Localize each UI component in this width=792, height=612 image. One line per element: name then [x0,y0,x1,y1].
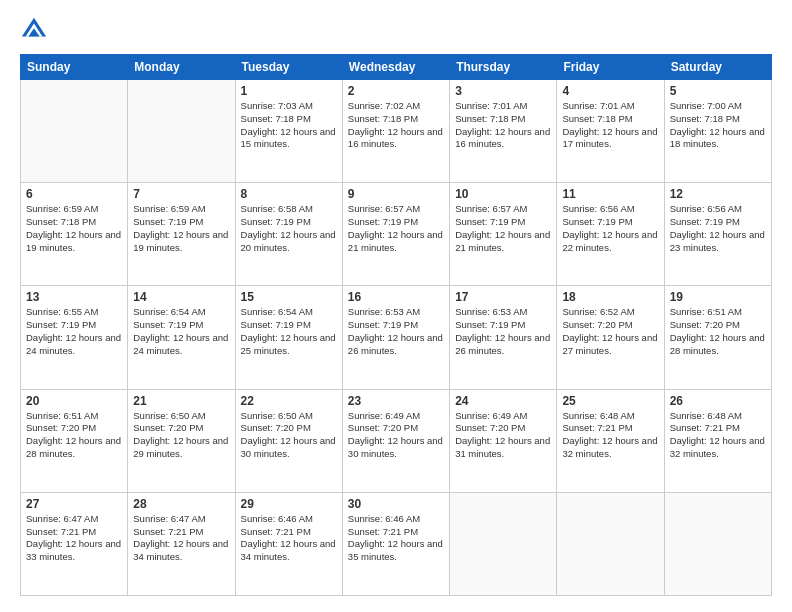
day-number: 21 [133,394,229,408]
calendar-cell: 30Sunrise: 6:46 AM Sunset: 7:21 PM Dayli… [342,492,449,595]
day-info: Sunrise: 6:51 AM Sunset: 7:20 PM Dayligh… [26,410,122,461]
calendar-cell [21,80,128,183]
day-number: 18 [562,290,658,304]
calendar-cell: 28Sunrise: 6:47 AM Sunset: 7:21 PM Dayli… [128,492,235,595]
day-info: Sunrise: 6:57 AM Sunset: 7:19 PM Dayligh… [455,203,551,254]
day-info: Sunrise: 6:49 AM Sunset: 7:20 PM Dayligh… [455,410,551,461]
calendar-cell [128,80,235,183]
day-of-week-header: Sunday [21,55,128,80]
calendar-cell: 21Sunrise: 6:50 AM Sunset: 7:20 PM Dayli… [128,389,235,492]
calendar-cell: 16Sunrise: 6:53 AM Sunset: 7:19 PM Dayli… [342,286,449,389]
day-of-week-header: Tuesday [235,55,342,80]
logo [20,16,52,44]
day-number: 6 [26,187,122,201]
calendar-cell: 18Sunrise: 6:52 AM Sunset: 7:20 PM Dayli… [557,286,664,389]
calendar-cell: 14Sunrise: 6:54 AM Sunset: 7:19 PM Dayli… [128,286,235,389]
day-number: 26 [670,394,766,408]
day-number: 3 [455,84,551,98]
day-number: 28 [133,497,229,511]
calendar-cell: 6Sunrise: 6:59 AM Sunset: 7:18 PM Daylig… [21,183,128,286]
header [20,16,772,44]
calendar-cell: 20Sunrise: 6:51 AM Sunset: 7:20 PM Dayli… [21,389,128,492]
calendar-cell: 1Sunrise: 7:03 AM Sunset: 7:18 PM Daylig… [235,80,342,183]
day-info: Sunrise: 6:57 AM Sunset: 7:19 PM Dayligh… [348,203,444,254]
day-number: 8 [241,187,337,201]
day-number: 19 [670,290,766,304]
day-info: Sunrise: 7:01 AM Sunset: 7:18 PM Dayligh… [562,100,658,151]
day-number: 25 [562,394,658,408]
calendar-cell: 17Sunrise: 6:53 AM Sunset: 7:19 PM Dayli… [450,286,557,389]
calendar-body: 1Sunrise: 7:03 AM Sunset: 7:18 PM Daylig… [21,80,772,596]
calendar-cell [664,492,771,595]
calendar-cell: 26Sunrise: 6:48 AM Sunset: 7:21 PM Dayli… [664,389,771,492]
calendar-cell: 7Sunrise: 6:59 AM Sunset: 7:19 PM Daylig… [128,183,235,286]
day-number: 5 [670,84,766,98]
day-number: 11 [562,187,658,201]
day-info: Sunrise: 7:03 AM Sunset: 7:18 PM Dayligh… [241,100,337,151]
calendar-cell: 29Sunrise: 6:46 AM Sunset: 7:21 PM Dayli… [235,492,342,595]
calendar-week-row: 20Sunrise: 6:51 AM Sunset: 7:20 PM Dayli… [21,389,772,492]
day-of-week-header: Wednesday [342,55,449,80]
day-info: Sunrise: 7:01 AM Sunset: 7:18 PM Dayligh… [455,100,551,151]
logo-icon [20,16,48,44]
day-info: Sunrise: 6:56 AM Sunset: 7:19 PM Dayligh… [670,203,766,254]
calendar-cell: 2Sunrise: 7:02 AM Sunset: 7:18 PM Daylig… [342,80,449,183]
day-number: 24 [455,394,551,408]
day-info: Sunrise: 7:00 AM Sunset: 7:18 PM Dayligh… [670,100,766,151]
calendar-cell: 25Sunrise: 6:48 AM Sunset: 7:21 PM Dayli… [557,389,664,492]
calendar-cell: 22Sunrise: 6:50 AM Sunset: 7:20 PM Dayli… [235,389,342,492]
day-number: 22 [241,394,337,408]
day-number: 23 [348,394,444,408]
day-info: Sunrise: 6:54 AM Sunset: 7:19 PM Dayligh… [133,306,229,357]
calendar-cell: 3Sunrise: 7:01 AM Sunset: 7:18 PM Daylig… [450,80,557,183]
day-number: 14 [133,290,229,304]
calendar-cell: 9Sunrise: 6:57 AM Sunset: 7:19 PM Daylig… [342,183,449,286]
day-number: 4 [562,84,658,98]
page: SundayMondayTuesdayWednesdayThursdayFrid… [0,0,792,612]
calendar-cell: 8Sunrise: 6:58 AM Sunset: 7:19 PM Daylig… [235,183,342,286]
calendar-week-row: 1Sunrise: 7:03 AM Sunset: 7:18 PM Daylig… [21,80,772,183]
day-number: 10 [455,187,551,201]
calendar-header: SundayMondayTuesdayWednesdayThursdayFrid… [21,55,772,80]
day-number: 2 [348,84,444,98]
day-info: Sunrise: 6:58 AM Sunset: 7:19 PM Dayligh… [241,203,337,254]
day-of-week-header: Friday [557,55,664,80]
day-info: Sunrise: 6:53 AM Sunset: 7:19 PM Dayligh… [455,306,551,357]
day-info: Sunrise: 6:46 AM Sunset: 7:21 PM Dayligh… [241,513,337,564]
day-number: 17 [455,290,551,304]
calendar-cell: 23Sunrise: 6:49 AM Sunset: 7:20 PM Dayli… [342,389,449,492]
calendar-cell: 27Sunrise: 6:47 AM Sunset: 7:21 PM Dayli… [21,492,128,595]
day-info: Sunrise: 6:48 AM Sunset: 7:21 PM Dayligh… [562,410,658,461]
calendar-table: SundayMondayTuesdayWednesdayThursdayFrid… [20,54,772,596]
day-number: 12 [670,187,766,201]
calendar-week-row: 27Sunrise: 6:47 AM Sunset: 7:21 PM Dayli… [21,492,772,595]
day-info: Sunrise: 6:49 AM Sunset: 7:20 PM Dayligh… [348,410,444,461]
day-info: Sunrise: 6:59 AM Sunset: 7:19 PM Dayligh… [133,203,229,254]
day-number: 27 [26,497,122,511]
calendar-cell: 12Sunrise: 6:56 AM Sunset: 7:19 PM Dayli… [664,183,771,286]
calendar-cell [557,492,664,595]
day-info: Sunrise: 6:47 AM Sunset: 7:21 PM Dayligh… [133,513,229,564]
day-number: 7 [133,187,229,201]
day-number: 13 [26,290,122,304]
day-of-week-header: Thursday [450,55,557,80]
calendar-cell: 4Sunrise: 7:01 AM Sunset: 7:18 PM Daylig… [557,80,664,183]
day-of-week-header: Saturday [664,55,771,80]
calendar-week-row: 13Sunrise: 6:55 AM Sunset: 7:19 PM Dayli… [21,286,772,389]
calendar-cell: 13Sunrise: 6:55 AM Sunset: 7:19 PM Dayli… [21,286,128,389]
day-number: 1 [241,84,337,98]
day-info: Sunrise: 6:51 AM Sunset: 7:20 PM Dayligh… [670,306,766,357]
day-info: Sunrise: 6:52 AM Sunset: 7:20 PM Dayligh… [562,306,658,357]
day-info: Sunrise: 6:50 AM Sunset: 7:20 PM Dayligh… [241,410,337,461]
day-number: 15 [241,290,337,304]
day-info: Sunrise: 6:47 AM Sunset: 7:21 PM Dayligh… [26,513,122,564]
day-info: Sunrise: 6:48 AM Sunset: 7:21 PM Dayligh… [670,410,766,461]
calendar-cell: 15Sunrise: 6:54 AM Sunset: 7:19 PM Dayli… [235,286,342,389]
calendar-cell: 10Sunrise: 6:57 AM Sunset: 7:19 PM Dayli… [450,183,557,286]
calendar-cell: 5Sunrise: 7:00 AM Sunset: 7:18 PM Daylig… [664,80,771,183]
calendar-cell: 11Sunrise: 6:56 AM Sunset: 7:19 PM Dayli… [557,183,664,286]
calendar-cell: 24Sunrise: 6:49 AM Sunset: 7:20 PM Dayli… [450,389,557,492]
day-number: 16 [348,290,444,304]
day-info: Sunrise: 6:56 AM Sunset: 7:19 PM Dayligh… [562,203,658,254]
day-number: 9 [348,187,444,201]
